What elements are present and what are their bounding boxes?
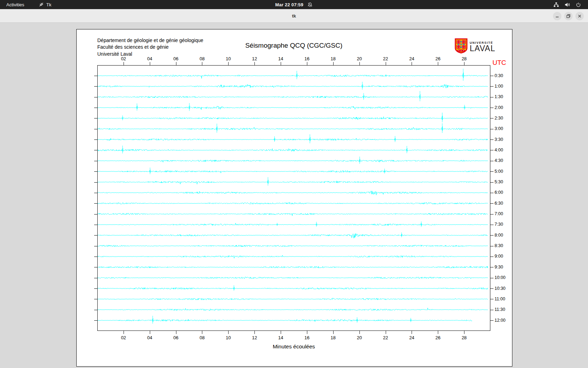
- x-tick-label-top: 06: [173, 56, 178, 61]
- row-tick-right: [490, 150, 493, 150]
- trace-time-label: 4:00: [495, 148, 503, 153]
- row-tick-right: [490, 171, 493, 172]
- row-tick-right: [490, 246, 493, 246]
- x-tick-label-bottom: 08: [200, 335, 204, 340]
- minimize-button[interactable]: [553, 12, 561, 20]
- seismograph-figure: Département de géologie et de génie géol…: [76, 29, 512, 367]
- chart-title: Séismographe QCQ (CGC/GSC): [97, 42, 490, 49]
- trace-time-label: 12:00: [495, 318, 505, 323]
- x-tick-label-bottom: 12: [252, 335, 257, 340]
- x-tick-label-top: 04: [147, 56, 152, 61]
- x-tick-top: [228, 62, 229, 65]
- logo-laval-label: LAVAL: [470, 45, 495, 52]
- utc-axis-label: UTC: [492, 59, 506, 67]
- universite-laval-logo: UNIVERSITÉ LAVAL: [455, 38, 495, 55]
- trace-time-label: 5:00: [495, 169, 503, 174]
- x-tick-bottom: [412, 331, 412, 334]
- window-titlebar[interactable]: tk: [0, 9, 588, 23]
- x-tick-bottom: [359, 331, 360, 334]
- trace-time-label: 3:00: [495, 126, 503, 131]
- window-title: tk: [292, 13, 296, 19]
- x-tick-label-bottom: 06: [173, 335, 178, 340]
- close-icon: [578, 14, 582, 18]
- notifications-disabled-icon: [308, 2, 313, 7]
- row-tick-left: [94, 320, 97, 321]
- x-tick-top: [438, 62, 438, 65]
- x-tick-label-bottom: 18: [331, 335, 336, 340]
- row-tick-left: [94, 76, 97, 76]
- trace-time-label: 11:30: [495, 307, 505, 312]
- activities-button[interactable]: Activities: [6, 0, 24, 9]
- row-tick-left: [94, 257, 97, 257]
- row-tick-left: [94, 171, 97, 172]
- clock-label: Mar 22 07:59: [275, 2, 303, 7]
- trace-time-label: 4:30: [495, 158, 503, 163]
- x-tick-top: [176, 62, 176, 65]
- row-tick-left: [94, 246, 97, 246]
- focused-app-menu[interactable]: Tk: [39, 0, 51, 9]
- power-icon: [576, 2, 581, 7]
- row-tick-left: [94, 310, 97, 310]
- row-tick-right: [490, 86, 493, 87]
- x-tick-label-top: 14: [278, 56, 283, 61]
- trace-time-label: 6:30: [495, 201, 503, 206]
- row-tick-right: [490, 97, 493, 97]
- trace-time-label: 11:00: [495, 297, 505, 302]
- x-tick-label-top: 10: [226, 56, 231, 61]
- x-tick-bottom: [228, 331, 229, 334]
- close-button[interactable]: [575, 12, 584, 20]
- clock-menu[interactable]: Mar 22 07:59: [275, 0, 313, 9]
- gnome-top-bar: Activities Tk: [0, 0, 588, 9]
- trace-time-label: 3:30: [495, 137, 503, 142]
- row-tick-right: [490, 320, 493, 321]
- row-tick-left: [94, 288, 97, 289]
- row-tick-right: [490, 118, 493, 118]
- row-tick-left: [94, 108, 97, 108]
- row-tick-right: [490, 193, 493, 193]
- trace-time-label: 5:30: [495, 179, 503, 185]
- row-tick-left: [94, 278, 97, 278]
- row-tick-left: [94, 161, 97, 161]
- x-tick-bottom: [124, 331, 124, 334]
- x-tick-label-bottom: 16: [304, 335, 309, 340]
- maximize-button[interactable]: [564, 12, 573, 20]
- trace-time-label: 2:30: [495, 116, 503, 121]
- x-tick-label-top: 22: [383, 56, 388, 61]
- row-tick-left: [94, 118, 97, 118]
- x-tick-bottom: [386, 331, 386, 334]
- row-tick-right: [490, 76, 493, 76]
- x-axis-label: Minutes écoulées: [97, 343, 490, 350]
- row-tick-left: [94, 182, 97, 183]
- laval-shield-icon: [455, 38, 468, 55]
- volume-icon: [565, 2, 570, 7]
- x-tick-label-bottom: 14: [278, 335, 283, 340]
- system-status-area[interactable]: [553, 0, 588, 9]
- x-tick-top: [202, 62, 202, 65]
- row-tick-left: [94, 86, 97, 87]
- row-tick-right: [490, 310, 493, 310]
- window-body: Département de géologie et de génie géol…: [0, 23, 588, 368]
- activities-label: Activities: [6, 2, 24, 7]
- x-tick-label-top: 18: [331, 56, 336, 61]
- row-tick-left: [94, 214, 97, 214]
- trace-time-label: 8:30: [495, 243, 503, 248]
- row-tick-left: [94, 129, 97, 129]
- row-tick-left: [94, 267, 97, 267]
- row-tick-right: [490, 214, 493, 214]
- x-tick-top: [124, 62, 124, 65]
- seismogram-traces-canvas: [98, 66, 490, 330]
- row-tick-left: [94, 193, 97, 193]
- x-tick-bottom: [438, 331, 438, 334]
- row-tick-left: [94, 299, 97, 299]
- row-tick-left: [94, 150, 97, 150]
- x-tick-top: [333, 62, 334, 65]
- helicorder-plot: [97, 65, 490, 331]
- row-tick-left: [94, 97, 97, 97]
- x-tick-top: [150, 62, 150, 65]
- trace-time-label: 1:30: [495, 94, 503, 100]
- x-tick-label-bottom: 04: [147, 335, 152, 340]
- row-tick-right: [490, 299, 493, 299]
- x-tick-bottom: [281, 331, 281, 334]
- x-tick-label-top: 20: [357, 56, 362, 61]
- x-tick-label-bottom: 20: [357, 335, 362, 340]
